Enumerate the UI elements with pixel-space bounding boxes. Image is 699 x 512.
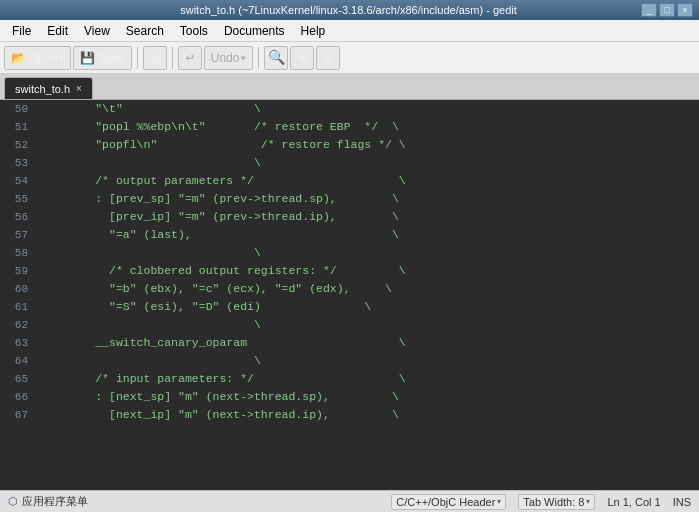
table-row: 50 "\t" \ bbox=[0, 100, 699, 118]
toolbar-separator-2 bbox=[172, 47, 173, 69]
file-type-label: C/C++/ObjC Header bbox=[396, 496, 495, 508]
line-content: /* input parameters: */ \ bbox=[36, 370, 406, 388]
table-row: 65 /* input parameters: */ \ bbox=[0, 370, 699, 388]
table-row: 54 /* output parameters */ \ bbox=[0, 172, 699, 190]
line-content: [prev_ip] "=m" (prev->thread.ip), \ bbox=[36, 208, 399, 226]
table-row: 56 [prev_ip] "=m" (prev->thread.ip), \ bbox=[0, 208, 699, 226]
table-row: 67 [next_ip] "m" (next->thread.ip), \ bbox=[0, 406, 699, 424]
table-row: 59 /* clobbered output registers: */ \ bbox=[0, 262, 699, 280]
table-row: 63 __switch_canary_oparam \ bbox=[0, 334, 699, 352]
line-number: 65 bbox=[0, 370, 36, 388]
file-type-chevron: ▾ bbox=[497, 497, 501, 506]
line-number: 54 bbox=[0, 172, 36, 190]
menu-edit[interactable]: Edit bbox=[39, 20, 76, 41]
line-content: __switch_canary_oparam \ bbox=[36, 334, 406, 352]
tab-label: switch_to.h bbox=[15, 83, 70, 95]
tab-width-label: Tab Width: 8 bbox=[523, 496, 584, 508]
code-area: 50 "\t" \ 51 "popl %%ebp\n\t" /* restore… bbox=[0, 100, 699, 490]
table-row: 62 \ bbox=[0, 316, 699, 334]
maximize-button[interactable]: □ bbox=[659, 3, 675, 17]
line-content: "popfl\n" /* restore flags */ \ bbox=[36, 136, 406, 154]
tab-width-dropdown[interactable]: Tab Width: 8 ▾ bbox=[518, 494, 595, 510]
line-number: 56 bbox=[0, 208, 36, 226]
line-content: "\t" \ bbox=[36, 100, 261, 118]
menu-documents[interactable]: Documents bbox=[216, 20, 293, 41]
tab-switch-to-h[interactable]: switch_to.h × bbox=[4, 77, 93, 99]
menu-search[interactable]: Search bbox=[118, 20, 172, 41]
line-content: \ bbox=[36, 316, 261, 334]
open-button[interactable]: 📂 Open ▾ bbox=[4, 46, 71, 70]
line-content: "=a" (last), \ bbox=[36, 226, 399, 244]
line-content: /* output parameters */ \ bbox=[36, 172, 406, 190]
tab-bar: switch_to.h × bbox=[0, 74, 699, 100]
line-number: 63 bbox=[0, 334, 36, 352]
print-button[interactable]: 🖨 bbox=[143, 46, 167, 70]
line-number: 57 bbox=[0, 226, 36, 244]
line-number: 67 bbox=[0, 406, 36, 424]
save-button[interactable]: 💾 Save bbox=[73, 46, 131, 70]
line-number: 53 bbox=[0, 154, 36, 172]
zoom-out-button[interactable]: ⊖ bbox=[316, 46, 340, 70]
line-content: "popl %%ebp\n\t" /* restore EBP */ \ bbox=[36, 118, 399, 136]
line-content: /* clobbered output registers: */ \ bbox=[36, 262, 406, 280]
tab-width-chevron: ▾ bbox=[586, 497, 590, 506]
cursor-position: Ln 1, Col 1 bbox=[607, 496, 660, 508]
folder-icon: 📂 bbox=[11, 51, 26, 65]
open-dropdown-icon[interactable]: ▾ bbox=[59, 53, 64, 63]
menu-file[interactable]: File bbox=[4, 20, 39, 41]
edit-mode: INS bbox=[673, 496, 691, 508]
undo-icon: ↩ bbox=[186, 49, 194, 66]
title-bar-title: switch_to.h (~7LinuxKernel/linux-3.18.6/… bbox=[56, 4, 641, 16]
title-bar: switch_to.h (~7LinuxKernel/linux-3.18.6/… bbox=[0, 0, 699, 20]
line-content: "=S" (esi), "=D" (edi) \ bbox=[36, 298, 371, 316]
tab-close-button[interactable]: × bbox=[76, 83, 82, 94]
table-row: 64 \ bbox=[0, 352, 699, 370]
table-row: 57 "=a" (last), \ bbox=[0, 226, 699, 244]
line-content: \ bbox=[36, 244, 261, 262]
status-left: ⬡ 应用程序菜单 bbox=[8, 494, 88, 509]
line-number: 58 bbox=[0, 244, 36, 262]
zoom-in-icon: ⊕ bbox=[298, 49, 306, 66]
menu-tools[interactable]: Tools bbox=[172, 20, 216, 41]
zoom-in-button[interactable]: ⊕ bbox=[290, 46, 314, 70]
menu-view[interactable]: View bbox=[76, 20, 118, 41]
code-scroll[interactable]: 50 "\t" \ 51 "popl %%ebp\n\t" /* restore… bbox=[0, 100, 699, 490]
table-row: 51 "popl %%ebp\n\t" /* restore EBP */ \ bbox=[0, 118, 699, 136]
line-number: 66 bbox=[0, 388, 36, 406]
menu-bar: File Edit View Search Tools Documents He… bbox=[0, 20, 699, 42]
undo-button[interactable]: ↩ bbox=[178, 46, 202, 70]
find-button[interactable]: 🔍 bbox=[264, 46, 288, 70]
minimize-button[interactable]: _ bbox=[641, 3, 657, 17]
table-row: 58 \ bbox=[0, 244, 699, 262]
title-bar-buttons[interactable]: _ □ × bbox=[641, 3, 693, 17]
toolbar: 📂 Open ▾ 💾 Save 🖨 ↩ Undo ▾ 🔍 ⊕ ⊖ bbox=[0, 42, 699, 74]
menu-help[interactable]: Help bbox=[293, 20, 334, 41]
undo-label-button[interactable]: Undo ▾ bbox=[204, 46, 254, 70]
line-number: 61 bbox=[0, 298, 36, 316]
undo-dropdown-icon: ▾ bbox=[241, 53, 246, 63]
line-number: 60 bbox=[0, 280, 36, 298]
status-bar: ⬡ 应用程序菜单 C/C++/ObjC Header ▾ Tab Width: … bbox=[0, 490, 699, 512]
line-number: 64 bbox=[0, 352, 36, 370]
table-row: 61 "=S" (esi), "=D" (edi) \ bbox=[0, 298, 699, 316]
toolbar-separator-3 bbox=[258, 47, 259, 69]
line-number: 62 bbox=[0, 316, 36, 334]
line-content: \ bbox=[36, 352, 261, 370]
line-number: 51 bbox=[0, 118, 36, 136]
find-icon: 🔍 bbox=[268, 49, 285, 66]
line-content: : [prev_sp] "=m" (prev->thread.sp), \ bbox=[36, 190, 399, 208]
app-label: 应用程序菜单 bbox=[22, 494, 88, 509]
line-number: 50 bbox=[0, 100, 36, 118]
line-number: 52 bbox=[0, 136, 36, 154]
table-row: 66 : [next_sp] "m" (next->thread.sp), \ bbox=[0, 388, 699, 406]
line-content: \ bbox=[36, 154, 261, 172]
app-icon: ⬡ bbox=[8, 495, 18, 508]
close-button[interactable]: × bbox=[677, 3, 693, 17]
line-content: "=b" (ebx), "=c" (ecx), "=d" (edx), \ bbox=[36, 280, 392, 298]
table-row: 60 "=b" (ebx), "=c" (ecx), "=d" (edx), \ bbox=[0, 280, 699, 298]
save-icon: 💾 bbox=[80, 51, 95, 65]
print-icon: 🖨 bbox=[148, 50, 162, 66]
line-number: 55 bbox=[0, 190, 36, 208]
toolbar-separator-1 bbox=[137, 47, 138, 69]
file-type-dropdown[interactable]: C/C++/ObjC Header ▾ bbox=[391, 494, 506, 510]
